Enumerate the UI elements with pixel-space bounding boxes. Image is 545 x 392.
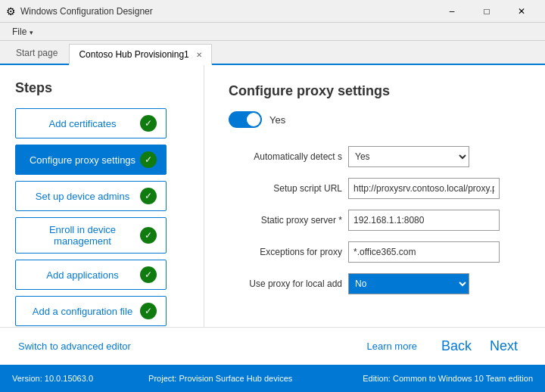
static-proxy-row: Static proxy server *: [229, 210, 521, 231]
minimize-button[interactable]: –: [434, 0, 469, 23]
maximize-button[interactable]: □: [469, 0, 504, 23]
next-button[interactable]: Next: [481, 335, 527, 357]
auto-detect-select[interactable]: Yes No: [348, 146, 469, 167]
toggle-label: Yes: [269, 114, 285, 126]
advanced-editor-link[interactable]: Switch to advanced editor: [18, 341, 366, 352]
status-bar: Version: 10.0.15063.0 Project: Provision…: [0, 365, 545, 392]
exceptions-proxy-row: Exceptions for proxy: [229, 241, 521, 263]
step-add-applications[interactable]: Add applications ✓: [15, 260, 167, 290]
tab-start-page-label: Start page: [16, 48, 58, 58]
proxy-toggle[interactable]: [229, 111, 262, 128]
footer-nav: Switch to advanced editor Learn more Bac…: [0, 327, 545, 365]
auto-detect-row: Automatically detect s Yes No: [229, 146, 521, 167]
step-add-config-file-label: Add a configuration file: [25, 306, 140, 317]
version-text: Version: 10.0.15063.0: [12, 374, 117, 383]
exceptions-proxy-label: Exceptions for proxy: [229, 247, 342, 257]
step-add-applications-check: ✓: [140, 266, 157, 283]
file-menu-arrow: ▾: [30, 29, 33, 36]
setup-script-label: Setup script URL: [229, 183, 342, 194]
use-proxy-local-row: Use proxy for local add No Yes: [229, 273, 521, 294]
step-enroll-device-check: ✓: [140, 227, 157, 244]
step-configure-proxy[interactable]: Configure proxy settings ✓: [15, 145, 167, 175]
step-configure-proxy-check: ✓: [140, 151, 157, 168]
step-configure-proxy-label: Configure proxy settings: [25, 154, 140, 166]
step-add-config-file[interactable]: Add a configuration file ✓: [15, 296, 167, 326]
step-enroll-device-label: Enroll in device management: [25, 224, 140, 247]
tab-start-page[interactable]: Start page: [6, 42, 67, 64]
step-device-admins-check: ✓: [140, 188, 157, 204]
title-bar-text: Windows Configuration Designer: [20, 6, 434, 17]
steps-panel: Steps Add certificates ✓ Configure proxy…: [0, 65, 204, 327]
use-proxy-local-select[interactable]: No Yes: [348, 273, 469, 294]
steps-title: Steps: [15, 80, 188, 96]
title-bar-controls: – □ ✕: [434, 0, 539, 23]
step-add-certificates-check: ✓: [140, 115, 157, 132]
step-add-applications-label: Add applications: [25, 269, 140, 281]
step-device-admins-label: Set up device admins: [25, 191, 140, 202]
tab-provisioning-label: Contoso Hub Provisioning1: [79, 49, 188, 60]
edition-text: Edition: Common to Windows 10 Team editi…: [325, 374, 533, 383]
title-bar: ⚙ Windows Configuration Designer – □ ✕: [0, 0, 545, 23]
use-proxy-local-label: Use proxy for local add: [229, 278, 342, 289]
config-panel: Configure proxy settings Yes Automatical…: [204, 65, 545, 327]
static-proxy-label: Static proxy server *: [229, 215, 342, 226]
toggle-row: Yes: [229, 111, 521, 128]
main-content: Steps Add certificates ✓ Configure proxy…: [0, 65, 545, 327]
tab-provisioning[interactable]: Contoso Hub Provisioning1 ✕: [69, 44, 212, 65]
tab-bar: Start page Contoso Hub Provisioning1 ✕: [0, 41, 545, 65]
step-device-admins[interactable]: Set up device admins ✓: [15, 181, 167, 211]
step-add-config-file-check: ✓: [140, 303, 157, 319]
setup-script-input[interactable]: [348, 178, 500, 199]
auto-detect-label: Automatically detect s: [229, 151, 342, 162]
step-add-certificates-label: Add certificates: [25, 118, 140, 129]
learn-more-link[interactable]: Learn more: [366, 341, 416, 352]
back-button[interactable]: Back: [432, 335, 481, 357]
menu-bar: File ▾: [0, 23, 545, 41]
step-enroll-device[interactable]: Enroll in device management ✓: [15, 217, 167, 254]
project-text: Project: Provision Surface Hub devices: [117, 374, 325, 383]
tab-close-icon[interactable]: ✕: [196, 51, 202, 59]
file-menu[interactable]: File ▾: [6, 25, 39, 39]
static-proxy-input[interactable]: [348, 210, 500, 231]
app-icon: ⚙: [6, 5, 16, 17]
close-button[interactable]: ✕: [504, 0, 539, 23]
exceptions-proxy-input[interactable]: [348, 241, 500, 263]
setup-script-row: Setup script URL: [229, 178, 521, 199]
step-add-certificates[interactable]: Add certificates ✓: [15, 108, 167, 138]
config-title: Configure proxy settings: [229, 83, 521, 99]
